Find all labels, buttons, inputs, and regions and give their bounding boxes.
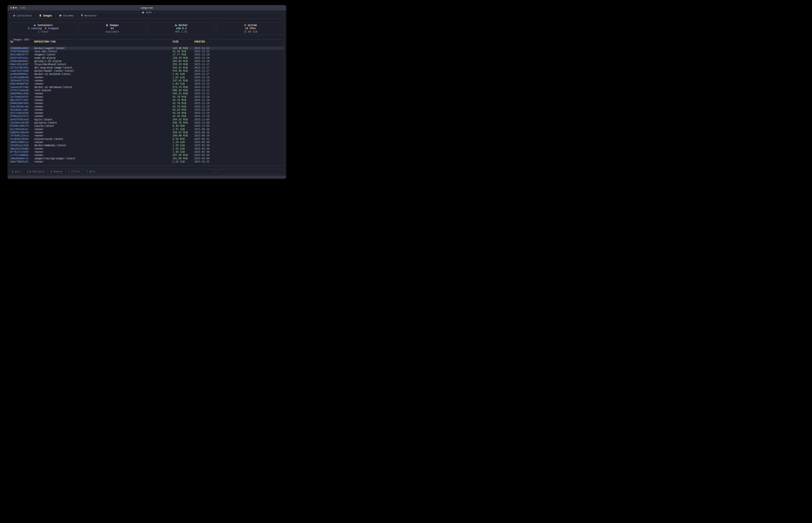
help-separator: │	[23, 170, 24, 173]
table-row[interactable]: 8d095e196244<none>264.52 MiB2025-06-16	[10, 131, 284, 134]
cell-repo: alpine/socat:latest	[34, 138, 173, 141]
table-row[interactable]: de437b5614adnginx:latest164.33 MiB2025-1…	[10, 118, 284, 121]
docker-whale-icon	[175, 24, 177, 26]
table-row[interactable]: d2b6e48b664cgolang:1.25-alpine202.03 MiB…	[10, 59, 284, 63]
tab-separator: │	[35, 14, 36, 17]
table-row[interactable]: 842c986fdff7shagent:latest17.77 MiB2025-…	[10, 53, 284, 56]
network-icon	[81, 14, 83, 17]
cell-created: 2025-12-10	[194, 111, 284, 114]
help-bar: q Quit│j/k Navigate│d Remove│/ Filter│? …	[10, 169, 215, 174]
table-row[interactable]: 03337a57e3acnode:20-alpine128.29 MiB2025…	[10, 56, 284, 59]
tabs-bar: Containers│Images│Volumes│Networks	[10, 12, 284, 19]
table-row[interactable]: 106a6d89dcfejaegertracing/jaeger:latest1…	[10, 157, 284, 160]
folder-icon	[59, 14, 61, 17]
help-item-navigate[interactable]: j/k Navigate	[27, 170, 45, 173]
table-row[interactable]: 4e8c9026ec4e<none>42.70 MiB2025-12-10	[10, 105, 284, 108]
table-row[interactable]: 32f4e8d2635f<none>42.70 MiB2025-12-10	[10, 95, 284, 98]
help-item-filter[interactable]: / Filter	[68, 170, 81, 173]
cell-created: 2025-05-09	[194, 157, 284, 160]
table-row[interactable]: d466d5801693<none>42.70 MiB2025-12-10	[10, 102, 284, 105]
table-row[interactable]: 4ca04b21844balpine/socat:latest9.59 MiB2…	[10, 138, 284, 141]
cell-created: 2025-12-10	[194, 114, 284, 118]
cell-created: 2025-02-25	[194, 160, 284, 163]
cell-size: 17.77 MiB	[173, 53, 194, 56]
tab-images[interactable]: Images	[39, 14, 52, 17]
table-row[interactable]: ae865d05685cdocker-ai-backend:latest1.62…	[10, 72, 284, 76]
cell-size: 545.31 MiB	[173, 92, 194, 95]
cell-id: 32f4e8d2635f	[10, 95, 34, 98]
table-row[interactable]: 5abaee93f20edocker-ai-database:latest573…	[10, 86, 284, 89]
cell-id: 4bdc81224d8b	[10, 147, 34, 150]
table-row[interactable]: 8ce783410cbc<none>1.57 GiB2025-06-20	[10, 128, 284, 131]
help-item-quit[interactable]: q Quit	[12, 170, 21, 173]
table-row[interactable]: 049c96986f65<none>1.62 GiB2025-12-15	[10, 82, 284, 85]
table-row[interactable]: 8764bc580cf9alpine:latest8.30 MiB2025-12…	[10, 124, 284, 127]
help-item-help[interactable]: ? Help	[86, 170, 95, 173]
cell-id: de437b5614ad	[10, 118, 34, 121]
help-item-remove[interactable]: d Remove	[51, 170, 63, 173]
table-row[interactable]: 648c45b14287fnsys/dockhand:latest355.35 …	[10, 63, 284, 66]
table-row[interactable]: 33ed91eecb20docker/embedai:latest1.25 Gi…	[10, 144, 284, 147]
cell-size: 1.25 GiB	[173, 144, 194, 147]
card-subtext: 15.66 GiB	[217, 30, 284, 33]
cell-created: 2025-12-15	[194, 82, 284, 85]
table-row[interactable]: 7478d4c32eca<none>299.60 MiB2025-06-16	[10, 134, 284, 137]
table-row[interactable]: 2649c56861ce<none>1.25 GiB2025-05-30	[10, 141, 284, 144]
table-row[interactable]: dc491e8d8e96<none>1.62 GiB2025-12-16	[10, 76, 284, 79]
card-title: Images	[79, 23, 146, 27]
cell-id: 8764bc580cf9	[10, 124, 34, 127]
cell-repo: <none>	[34, 108, 173, 111]
help-key: d	[51, 170, 52, 173]
cell-size: 1.45 GiB	[173, 150, 194, 154]
cell-created: 2025-12-10	[194, 102, 284, 105]
cell-repo: docker-ai-backend:latest	[34, 72, 173, 76]
cell-size: 573.74 MiB	[173, 86, 194, 89]
tab-volumes[interactable]: Volumes	[59, 14, 74, 17]
table-body: 1586860ad662docker/cagent:latest142.38 M…	[10, 47, 284, 163]
table-row[interactable]: da8cf08d5a31<none>1.22 GiB2025-02-25	[10, 160, 284, 163]
cell-size: 299.60 MiB	[173, 134, 194, 137]
cpu-icon	[244, 24, 246, 26]
cell-created: 2025-12-17	[194, 63, 284, 66]
card-subtext: 1 total	[10, 30, 76, 33]
cell-size: 1.25 GiB	[173, 141, 194, 144]
table-row[interactable]: 4bdc81224d8b<none>1.25 GiB2025-05-30	[10, 147, 284, 150]
table-row[interactable]: 1586860ad662docker/cagent:latest142.38 M…	[10, 47, 284, 50]
cell-repo: <none>	[34, 131, 173, 134]
table-row[interactable]: 1ea2be1a6338postgres:latest456.76 MiB202…	[10, 121, 284, 124]
tab-label: Networks	[85, 14, 96, 17]
cell-id: 4ca04b21844b	[10, 138, 34, 141]
table-row[interactable]: d40d306ac03b<none>545.31 MiB2025-12-11	[10, 92, 284, 95]
table-row[interactable]: 4e33ba5cce8c<none>42.54 MiB2025-12-10	[10, 108, 284, 111]
help-separator: │	[65, 170, 66, 173]
table-row[interactable]: 37697944ddb0ross-dev:latest42.54 MiB2025…	[10, 50, 284, 53]
cell-created: 2025-05-30	[194, 141, 284, 144]
table-row[interactable]: cade7b2f2d68docker/model-runner:latest54…	[10, 69, 284, 72]
tab-containers[interactable]: Containers	[13, 14, 32, 17]
table-row[interactable]: 6f00ea237271<none>42.54 MiB2025-12-10	[10, 114, 284, 118]
cell-size: 1.57 GiB	[173, 128, 194, 131]
table-row[interactable]: 165b445f12fd<none>197.42 MiB2025-12-15	[10, 79, 284, 82]
table-row[interactable]: d6178f5fcd4f<none>42.70 MiB2025-12-10	[10, 98, 284, 102]
cell-size: 1.62 GiB	[173, 82, 194, 85]
cell-created: 2025-12-10	[194, 98, 284, 102]
cell-id: ae865d05685c	[10, 72, 34, 76]
table-row[interactable]: 37f4173ada48rust:alpine996.38 MiB2025-12…	[10, 89, 284, 92]
window-titlebar[interactable]: ⌥⌘1 cargo run	[7, 5, 286, 11]
column-header-created[interactable]: CREATED	[194, 40, 284, 43]
cell-created: 2025-06-16	[194, 131, 284, 134]
cell-id: d2b6e48b664c	[10, 59, 34, 63]
cell-size: 996.38 MiB	[173, 89, 194, 92]
cell-size: 202.03 MiB	[173, 59, 194, 63]
help-label: Help	[88, 170, 95, 173]
table-row[interactable]: cc7f2c48083e<none>297.50 MiB2025-05-26	[10, 154, 284, 157]
table-row[interactable]: 8f76c517ed45<none>1.45 GiB2025-05-30	[10, 150, 284, 154]
table-row[interactable]: 32732768f652dhi-migrated-image:latest242…	[10, 66, 284, 69]
column-header-size[interactable]: SIZE	[173, 40, 194, 43]
column-header-repo[interactable]: REPOSITORY:TAG	[34, 40, 173, 43]
cell-created: 2025-12-18	[194, 59, 284, 63]
cell-repo: docker-ai-database:latest	[34, 86, 173, 89]
tab-networks[interactable]: Networks	[81, 14, 96, 17]
cell-size: 42.70 MiB	[173, 98, 194, 102]
table-row[interactable]: 4327a2b2a53b<none>42.54 MiB2025-12-10	[10, 111, 284, 114]
